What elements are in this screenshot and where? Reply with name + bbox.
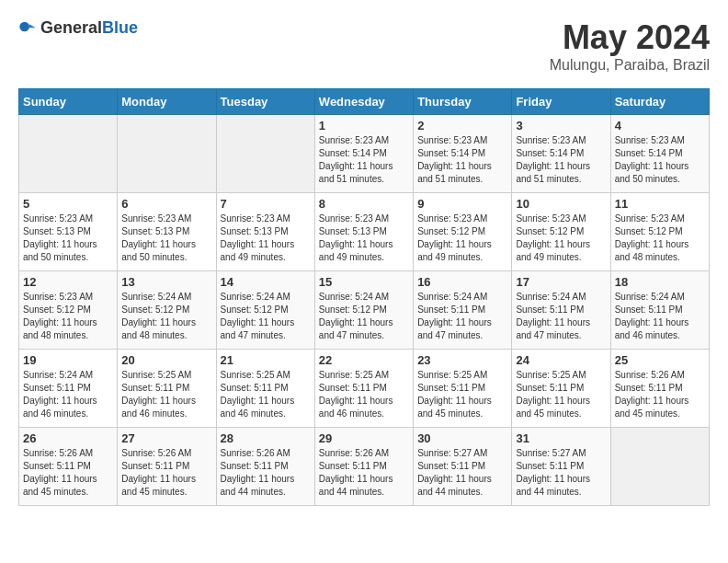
- calendar-cell: 30Sunrise: 5:27 AM Sunset: 5:11 PM Dayli…: [414, 428, 512, 506]
- calendar-cell: 2Sunrise: 5:23 AM Sunset: 5:14 PM Daylig…: [414, 115, 512, 193]
- day-number: 18: [615, 275, 705, 289]
- day-info: Sunrise: 5:23 AM Sunset: 5:14 PM Dayligh…: [417, 134, 507, 186]
- calendar-cell: 14Sunrise: 5:24 AM Sunset: 5:12 PM Dayli…: [216, 271, 314, 350]
- day-number: 15: [319, 275, 409, 289]
- day-number: 11: [615, 197, 705, 211]
- svg-marker-1: [29, 24, 36, 28]
- day-info: Sunrise: 5:23 AM Sunset: 5:14 PM Dayligh…: [516, 134, 606, 186]
- calendar-cell: 28Sunrise: 5:26 AM Sunset: 5:11 PM Dayli…: [216, 428, 314, 506]
- day-info: Sunrise: 5:23 AM Sunset: 5:13 PM Dayligh…: [23, 213, 113, 264]
- calendar-cell: 13Sunrise: 5:24 AM Sunset: 5:12 PM Dayli…: [118, 271, 216, 350]
- calendar-week-5: 26Sunrise: 5:26 AM Sunset: 5:11 PM Dayli…: [19, 428, 710, 506]
- calendar-cell: 6Sunrise: 5:23 AM Sunset: 5:13 PM Daylig…: [118, 193, 216, 271]
- day-number: 24: [516, 353, 606, 367]
- day-number: 31: [516, 431, 606, 445]
- calendar-cell: [610, 428, 709, 506]
- calendar-cell: 26Sunrise: 5:26 AM Sunset: 5:11 PM Dayli…: [19, 428, 118, 506]
- day-info: Sunrise: 5:24 AM Sunset: 5:12 PM Dayligh…: [221, 291, 311, 342]
- day-number: 30: [417, 431, 507, 445]
- day-info: Sunrise: 5:23 AM Sunset: 5:13 PM Dayligh…: [319, 213, 409, 264]
- day-number: 6: [121, 197, 211, 211]
- day-number: 3: [516, 119, 606, 132]
- day-number: 29: [319, 431, 409, 445]
- calendar-cell: 24Sunrise: 5:25 AM Sunset: 5:11 PM Dayli…: [512, 350, 610, 428]
- calendar-cell: 1Sunrise: 5:23 AM Sunset: 5:14 PM Daylig…: [314, 115, 413, 193]
- calendar-cell: [19, 115, 118, 193]
- day-info: Sunrise: 5:24 AM Sunset: 5:12 PM Dayligh…: [121, 291, 211, 342]
- day-number: 22: [319, 353, 409, 367]
- day-number: 20: [121, 353, 211, 367]
- day-info: Sunrise: 5:23 AM Sunset: 5:12 PM Dayligh…: [417, 213, 507, 264]
- day-number: 27: [121, 431, 211, 445]
- calendar-cell: 22Sunrise: 5:25 AM Sunset: 5:11 PM Dayli…: [314, 350, 413, 428]
- day-number: 25: [615, 353, 705, 367]
- page-header: GeneralBlue May 2024 Mulungu, Paraiba, B…: [18, 18, 710, 74]
- logo-icon: [18, 19, 37, 38]
- day-header-sunday: Sunday: [19, 89, 118, 115]
- day-info: Sunrise: 5:23 AM Sunset: 5:12 PM Dayligh…: [615, 213, 705, 264]
- logo-text-blue: Blue: [102, 18, 138, 37]
- day-info: Sunrise: 5:23 AM Sunset: 5:14 PM Dayligh…: [615, 134, 705, 186]
- day-number: 4: [615, 119, 705, 132]
- calendar-cell: 15Sunrise: 5:24 AM Sunset: 5:12 PM Dayli…: [314, 271, 413, 350]
- day-info: Sunrise: 5:24 AM Sunset: 5:12 PM Dayligh…: [319, 291, 409, 342]
- day-number: 14: [221, 275, 311, 289]
- day-header-monday: Monday: [118, 89, 216, 115]
- day-header-friday: Friday: [512, 89, 610, 115]
- day-info: Sunrise: 5:26 AM Sunset: 5:11 PM Dayligh…: [615, 369, 705, 420]
- logo-text-general: General: [40, 18, 102, 37]
- calendar-cell: 10Sunrise: 5:23 AM Sunset: 5:12 PM Dayli…: [512, 193, 610, 271]
- calendar-cell: 31Sunrise: 5:27 AM Sunset: 5:11 PM Dayli…: [512, 428, 610, 506]
- day-number: 19: [23, 353, 113, 367]
- day-number: 26: [23, 431, 113, 445]
- calendar-cell: 20Sunrise: 5:25 AM Sunset: 5:11 PM Dayli…: [118, 350, 216, 428]
- calendar-cell: 21Sunrise: 5:25 AM Sunset: 5:11 PM Dayli…: [216, 350, 314, 428]
- day-info: Sunrise: 5:23 AM Sunset: 5:12 PM Dayligh…: [516, 213, 606, 264]
- day-number: 5: [23, 197, 113, 211]
- calendar-cell: 4Sunrise: 5:23 AM Sunset: 5:14 PM Daylig…: [610, 115, 709, 193]
- day-info: Sunrise: 5:25 AM Sunset: 5:11 PM Dayligh…: [516, 369, 606, 420]
- calendar-cell: 23Sunrise: 5:25 AM Sunset: 5:11 PM Dayli…: [414, 350, 512, 428]
- calendar-cell: 19Sunrise: 5:24 AM Sunset: 5:11 PM Dayli…: [19, 350, 118, 428]
- calendar-body: 1Sunrise: 5:23 AM Sunset: 5:14 PM Daylig…: [19, 115, 710, 506]
- day-info: Sunrise: 5:27 AM Sunset: 5:11 PM Dayligh…: [417, 447, 507, 499]
- calendar-cell: 27Sunrise: 5:26 AM Sunset: 5:11 PM Dayli…: [118, 428, 216, 506]
- day-info: Sunrise: 5:23 AM Sunset: 5:13 PM Dayligh…: [221, 213, 311, 264]
- day-header-tuesday: Tuesday: [216, 89, 314, 115]
- calendar-cell: 9Sunrise: 5:23 AM Sunset: 5:12 PM Daylig…: [414, 193, 512, 271]
- calendar-table: SundayMondayTuesdayWednesdayThursdayFrid…: [18, 88, 710, 506]
- day-header-wednesday: Wednesday: [314, 89, 413, 115]
- calendar-cell: 16Sunrise: 5:24 AM Sunset: 5:11 PM Dayli…: [414, 271, 512, 350]
- calendar-cell: 7Sunrise: 5:23 AM Sunset: 5:13 PM Daylig…: [216, 193, 314, 271]
- calendar-cell: 3Sunrise: 5:23 AM Sunset: 5:14 PM Daylig…: [512, 115, 610, 193]
- day-number: 10: [516, 197, 606, 211]
- calendar-cell: 5Sunrise: 5:23 AM Sunset: 5:13 PM Daylig…: [19, 193, 118, 271]
- day-number: 7: [221, 197, 311, 211]
- day-info: Sunrise: 5:25 AM Sunset: 5:11 PM Dayligh…: [417, 369, 507, 420]
- day-number: 23: [417, 353, 507, 367]
- day-number: 17: [516, 275, 606, 289]
- day-number: 1: [319, 119, 409, 132]
- day-header-thursday: Thursday: [414, 89, 512, 115]
- svg-point-0: [19, 21, 29, 31]
- day-info: Sunrise: 5:24 AM Sunset: 5:11 PM Dayligh…: [417, 291, 507, 342]
- day-info: Sunrise: 5:23 AM Sunset: 5:14 PM Dayligh…: [319, 134, 409, 186]
- day-info: Sunrise: 5:24 AM Sunset: 5:11 PM Dayligh…: [516, 291, 606, 342]
- calendar-cell: 25Sunrise: 5:26 AM Sunset: 5:11 PM Dayli…: [610, 350, 709, 428]
- calendar-cell: 8Sunrise: 5:23 AM Sunset: 5:13 PM Daylig…: [314, 193, 413, 271]
- calendar-week-2: 5Sunrise: 5:23 AM Sunset: 5:13 PM Daylig…: [19, 193, 710, 271]
- day-info: Sunrise: 5:24 AM Sunset: 5:11 PM Dayligh…: [615, 291, 705, 342]
- day-number: 9: [417, 197, 507, 211]
- calendar-cell: 29Sunrise: 5:26 AM Sunset: 5:11 PM Dayli…: [314, 428, 413, 506]
- day-info: Sunrise: 5:23 AM Sunset: 5:12 PM Dayligh…: [23, 291, 113, 342]
- calendar-cell: 17Sunrise: 5:24 AM Sunset: 5:11 PM Dayli…: [512, 271, 610, 350]
- day-number: 8: [319, 197, 409, 211]
- calendar-cell: 18Sunrise: 5:24 AM Sunset: 5:11 PM Dayli…: [610, 271, 709, 350]
- day-number: 28: [221, 431, 311, 445]
- calendar-cell: [216, 115, 314, 193]
- day-info: Sunrise: 5:25 AM Sunset: 5:11 PM Dayligh…: [221, 369, 311, 420]
- day-info: Sunrise: 5:24 AM Sunset: 5:11 PM Dayligh…: [23, 369, 113, 420]
- calendar-cell: [118, 115, 216, 193]
- title-area: May 2024 Mulungu, Paraiba, Brazil: [550, 18, 710, 74]
- logo: GeneralBlue: [18, 18, 138, 38]
